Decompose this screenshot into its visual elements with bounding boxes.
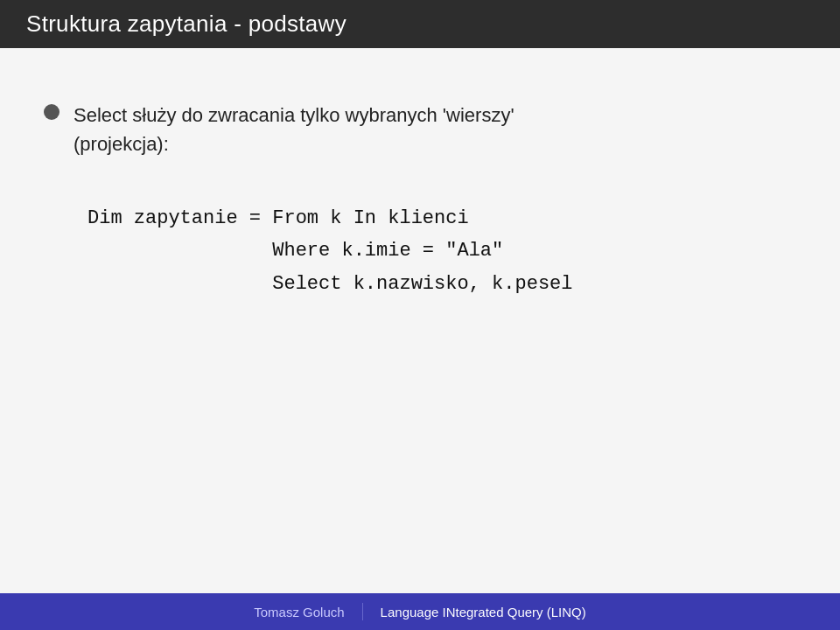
bullet-item: Select służy do zwracania tylko wybranyc… [44, 101, 796, 158]
bullet-text-line1: Select służy do zwracania tylko wybranyc… [74, 101, 514, 130]
slide-title: Struktura zapytania - podstawy [26, 10, 346, 38]
code-block: Dim zapytanie = From k In klienci Where … [88, 202, 796, 300]
bullet-dot-icon [44, 104, 60, 120]
bullet-text-container: Select służy do zwracania tylko wybranyc… [74, 101, 514, 158]
code-line-2: Where k.imie = "Ala" [88, 234, 796, 267]
slide-content: Select służy do zwracania tylko wybranyc… [0, 48, 840, 593]
footer-course: Language INtegrated Query (LINQ) [363, 605, 604, 620]
footer-author: Tomasz Goluch [236, 605, 361, 620]
bullet-text-line2: (projekcja): [74, 130, 514, 158]
code-line-3: Select k.nazwisko, k.pesel [88, 268, 796, 300]
slide-footer: Tomasz Goluch Language INtegrated Query … [0, 593, 840, 630]
code-line-1: Dim zapytanie = From k In klienci [88, 202, 796, 234]
slide-header: Struktura zapytania - podstawy [0, 0, 840, 48]
